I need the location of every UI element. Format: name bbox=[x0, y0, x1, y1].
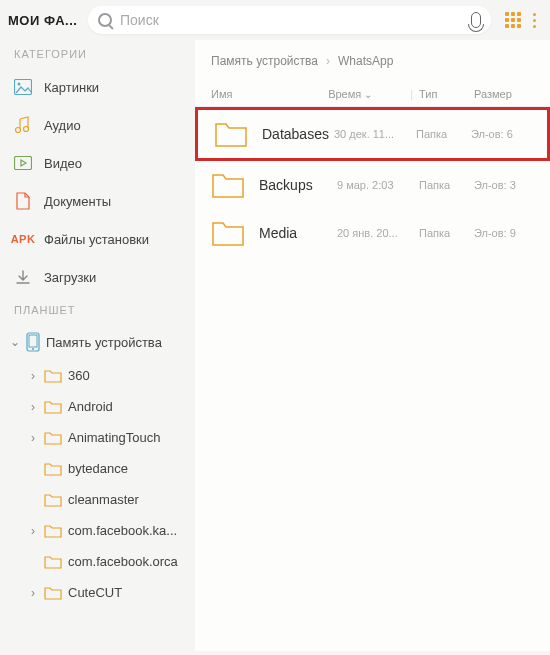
file-row[interactable]: Backups9 мар. 2:03ПапкаЭл-ов: 3 bbox=[195, 161, 550, 209]
tree-folder[interactable]: ›360 bbox=[18, 360, 195, 391]
folder-icon bbox=[44, 369, 62, 383]
chevron-right-icon: › bbox=[28, 371, 38, 381]
row-name: Databases bbox=[214, 120, 334, 148]
svg-point-2 bbox=[24, 127, 29, 132]
folder-icon bbox=[44, 555, 62, 569]
col-time[interactable]: Время⌄ bbox=[328, 88, 410, 100]
row-time: 30 дек. 11... bbox=[334, 128, 416, 140]
svg-point-7 bbox=[32, 348, 34, 350]
tree-label: com.facebook.orca bbox=[68, 554, 178, 569]
folder-icon bbox=[44, 431, 62, 445]
category-label: Загрузки bbox=[44, 270, 96, 285]
more-icon[interactable] bbox=[533, 13, 536, 28]
row-name: Backups bbox=[211, 171, 337, 199]
table-header: Имя Время⌄ | Тип Размер bbox=[195, 82, 550, 107]
tree-label: CuteCUT bbox=[68, 585, 122, 600]
tree-folder[interactable]: bytedance bbox=[18, 453, 195, 484]
tree-label: com.facebook.ka... bbox=[68, 523, 177, 538]
search-box[interactable] bbox=[88, 6, 491, 34]
tree-folder[interactable]: ›com.facebook.ka... bbox=[18, 515, 195, 546]
phone-icon bbox=[26, 332, 40, 352]
header-actions bbox=[499, 12, 542, 28]
chevron-right-icon bbox=[28, 464, 38, 474]
category-audio[interactable]: Аудио bbox=[0, 106, 195, 144]
folder-icon bbox=[44, 400, 62, 414]
row-time: 9 мар. 2:03 bbox=[337, 179, 419, 191]
tree-folder[interactable]: ›AnimatingTouch bbox=[18, 422, 195, 453]
tree-label: AnimatingTouch bbox=[68, 430, 161, 445]
tree-label: Android bbox=[68, 399, 113, 414]
file-name: Media bbox=[259, 225, 297, 241]
row-name: Media bbox=[211, 219, 337, 247]
category-label: Аудио bbox=[44, 118, 81, 133]
tree-folder[interactable]: ›CuteCUT bbox=[18, 577, 195, 608]
tree-folder[interactable]: cleanmaster bbox=[18, 484, 195, 515]
col-name[interactable]: Имя bbox=[211, 88, 328, 100]
chevron-right-icon bbox=[28, 495, 38, 505]
folder-icon bbox=[44, 524, 62, 538]
folder-icon bbox=[44, 586, 62, 600]
chevron-down-icon: ⌄ bbox=[10, 337, 20, 347]
app-title: МОИ ФА... bbox=[8, 13, 80, 28]
category-images[interactable]: Картинки bbox=[0, 68, 195, 106]
file-name: Databases bbox=[262, 126, 329, 142]
file-row[interactable]: Databases30 дек. 11...ПапкаЭл-ов: 6 bbox=[195, 107, 550, 161]
tree-label: 360 bbox=[68, 368, 90, 383]
chevron-right-icon: › bbox=[28, 402, 38, 412]
file-row[interactable]: Media20 янв. 20...ПапкаЭл-ов: 9 bbox=[195, 209, 550, 257]
category-apk[interactable]: APK Файлы установки bbox=[0, 220, 195, 258]
category-documents[interactable]: Документы bbox=[0, 182, 195, 220]
col-type[interactable]: Тип bbox=[419, 88, 474, 100]
folder-icon bbox=[211, 219, 245, 247]
category-downloads[interactable]: Загрузки bbox=[0, 258, 195, 296]
chevron-right-icon: › bbox=[28, 588, 38, 598]
row-type: Папка bbox=[419, 227, 474, 239]
row-size: Эл-ов: 6 bbox=[471, 128, 531, 140]
folder-icon bbox=[214, 120, 248, 148]
main: КАТЕГОРИИ Картинки Аудио Видео Документы… bbox=[0, 40, 550, 651]
apk-icon: APK bbox=[14, 230, 32, 248]
folder-icon bbox=[44, 462, 62, 476]
search-input[interactable] bbox=[120, 12, 463, 28]
file-list: Databases30 дек. 11...ПапкаЭл-ов: 6Backu… bbox=[195, 107, 550, 257]
header-bar: МОИ ФА... bbox=[0, 0, 550, 40]
video-icon bbox=[14, 154, 32, 172]
category-label: Документы bbox=[44, 194, 111, 209]
row-time: 20 янв. 20... bbox=[337, 227, 419, 239]
chevron-right-icon: › bbox=[326, 54, 330, 68]
folder-icon bbox=[211, 171, 245, 199]
crumb[interactable]: Память устройства bbox=[211, 54, 318, 68]
row-size: Эл-ов: 9 bbox=[474, 227, 534, 239]
tree-label: Память устройства bbox=[46, 335, 162, 350]
tree-folder[interactable]: ›Android bbox=[18, 391, 195, 422]
search-icon bbox=[98, 13, 112, 27]
svg-point-1 bbox=[18, 83, 21, 86]
col-size[interactable]: Размер bbox=[474, 88, 534, 100]
tree-folder[interactable]: com.facebook.orca bbox=[18, 546, 195, 577]
download-icon bbox=[14, 268, 32, 286]
col-time-label: Время bbox=[328, 88, 361, 100]
chevron-right-icon: › bbox=[28, 526, 38, 536]
audio-icon bbox=[14, 116, 32, 134]
crumb[interactable]: WhatsApp bbox=[338, 54, 393, 68]
file-name: Backups bbox=[259, 177, 313, 193]
category-label: Картинки bbox=[44, 80, 99, 95]
folder-tree: ›360›Android›AnimatingTouchbytedanceclea… bbox=[0, 360, 195, 608]
sort-desc-icon: ⌄ bbox=[364, 89, 372, 100]
row-size: Эл-ов: 3 bbox=[474, 179, 534, 191]
tree-device-storage[interactable]: ⌄ Память устройства bbox=[0, 324, 195, 360]
sidebar: КАТЕГОРИИ Картинки Аудио Видео Документы… bbox=[0, 40, 195, 651]
svg-rect-6 bbox=[29, 335, 37, 347]
folder-icon bbox=[44, 493, 62, 507]
mic-icon[interactable] bbox=[471, 12, 481, 28]
chevron-right-icon bbox=[28, 557, 38, 567]
image-icon bbox=[14, 78, 32, 96]
category-label: Видео bbox=[44, 156, 82, 171]
content-pane: Память устройства › WhatsApp Имя Время⌄ … bbox=[195, 40, 550, 651]
category-video[interactable]: Видео bbox=[0, 144, 195, 182]
svg-rect-4 bbox=[15, 157, 32, 170]
chevron-right-icon: › bbox=[28, 433, 38, 443]
section-categories: КАТЕГОРИИ bbox=[0, 40, 195, 68]
row-type: Папка bbox=[416, 128, 471, 140]
grid-view-icon[interactable] bbox=[505, 12, 521, 28]
